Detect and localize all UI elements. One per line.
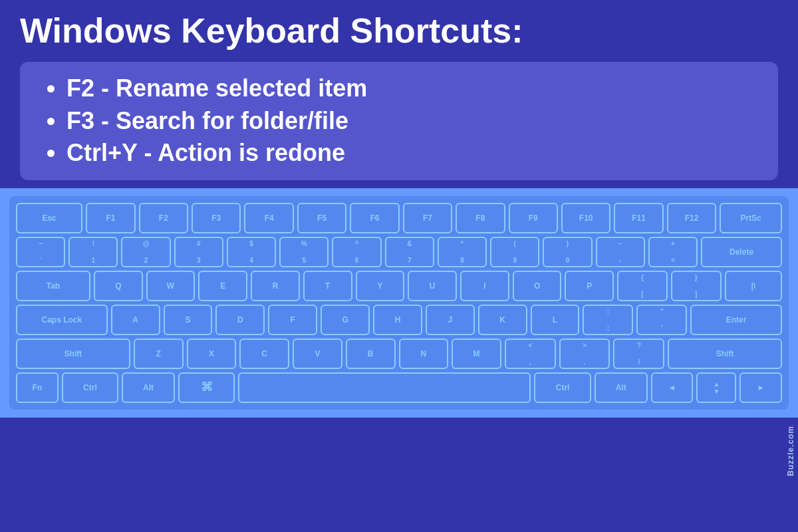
key-3[interactable]: #3 [174, 237, 223, 267]
key-f3[interactable]: F3 [192, 203, 241, 233]
key-windows[interactable]: ⌘ [178, 372, 235, 403]
shortcut-item-1: F2 - Rename selected item [66, 72, 751, 105]
key-equal[interactable]: += [648, 237, 698, 267]
key-ctrl-left[interactable]: Ctrl [62, 372, 118, 403]
keyboard-row-2: ~` !1 @2 #3 $4 %5 ^6 &7 *8 (9 )0 –- += D… [16, 237, 782, 267]
shortcut-item-2: F3 - Search for folder/file [66, 105, 751, 138]
key-f[interactable]: F [268, 305, 317, 335]
key-backslash[interactable]: |\ [725, 271, 782, 301]
key-l[interactable]: L [531, 305, 580, 335]
key-1[interactable]: !1 [68, 237, 118, 267]
key-f12[interactable]: F12 [667, 203, 716, 233]
key-m[interactable]: M [452, 338, 501, 369]
key-a[interactable]: A [111, 305, 160, 335]
key-s[interactable]: S [164, 305, 213, 335]
key-f1[interactable]: F1 [86, 203, 135, 233]
keyboard-row-1: Esc F1 F2 F3 F4 F5 F6 F7 F8 F9 F10 F11 F… [16, 203, 782, 233]
key-arrow-updown[interactable]: ▲ ▼ [696, 372, 736, 403]
key-shift-left[interactable]: Shift [16, 338, 130, 369]
key-f9[interactable]: F9 [509, 203, 558, 233]
key-alt-left[interactable]: Alt [122, 372, 175, 403]
key-f11[interactable]: F11 [614, 203, 663, 233]
key-u[interactable]: U [408, 271, 457, 301]
key-f8[interactable]: F8 [456, 203, 505, 233]
key-6[interactable]: ^6 [332, 237, 381, 267]
page-title: Windows Keyboard Shortcuts: [20, 12, 778, 50]
key-c[interactable]: C [239, 338, 289, 369]
key-enter[interactable]: Enter [690, 305, 782, 335]
key-prtsc[interactable]: PrtSc [720, 203, 782, 233]
key-o[interactable]: O [513, 271, 562, 301]
key-f10[interactable]: F10 [561, 203, 610, 233]
key-z[interactable]: Z [134, 338, 184, 369]
shortcuts-list: F2 - Rename selected item F3 - Search fo… [60, 72, 751, 170]
key-v[interactable]: V [293, 338, 342, 369]
key-space[interactable] [238, 372, 531, 403]
key-9[interactable]: (9 [490, 237, 539, 267]
key-f4[interactable]: F4 [244, 203, 293, 233]
key-f2[interactable]: F2 [139, 203, 188, 233]
keyboard-row-5: Shift Z X C V B N M <, >. ?/ Shift [16, 338, 782, 369]
key-comma[interactable]: <, [505, 338, 556, 369]
key-fn[interactable]: Fn [16, 372, 59, 403]
key-5[interactable]: %5 [279, 237, 329, 267]
key-2[interactable]: @2 [121, 237, 170, 267]
key-rbracket[interactable]: }] [671, 271, 722, 301]
key-esc[interactable]: Esc [16, 203, 82, 233]
keyboard-container: Esc F1 F2 F3 F4 F5 F6 F7 F8 F9 F10 F11 F… [0, 188, 798, 418]
key-e[interactable]: E [198, 271, 247, 301]
key-y[interactable]: Y [356, 271, 405, 301]
key-delete[interactable]: Delete [701, 237, 782, 267]
key-q[interactable]: Q [94, 271, 143, 301]
key-f6[interactable]: F6 [350, 203, 399, 233]
key-slash[interactable]: ?/ [613, 338, 664, 369]
keyboard: Esc F1 F2 F3 F4 F5 F6 F7 F8 F9 F10 F11 F… [9, 196, 789, 410]
key-f5[interactable]: F5 [297, 203, 346, 233]
key-f7[interactable]: F7 [403, 203, 452, 233]
key-shift-right[interactable]: Shift [668, 338, 782, 369]
key-t[interactable]: T [303, 271, 352, 301]
key-ctrl-right[interactable]: Ctrl [534, 372, 591, 403]
key-arrow-right[interactable]: ► [739, 372, 782, 403]
keyboard-row-3: Tab Q W E R T Y U I O P {[ }] |\ [16, 271, 782, 301]
key-capslock[interactable]: Caps Lock [16, 305, 108, 335]
key-g[interactable]: G [321, 305, 370, 335]
key-lbracket[interactable]: {[ [617, 271, 668, 301]
key-n[interactable]: N [399, 338, 449, 369]
key-i[interactable]: I [460, 271, 509, 301]
shortcuts-box: F2 - Rename selected item F3 - Search fo… [20, 62, 778, 180]
key-period[interactable]: >. [559, 338, 610, 369]
key-j[interactable]: J [426, 305, 475, 335]
key-x[interactable]: X [187, 338, 237, 369]
key-alt-right[interactable]: Alt [595, 372, 648, 403]
key-7[interactable]: &7 [385, 237, 434, 267]
key-p[interactable]: P [565, 271, 614, 301]
watermark: Buzzle.com [783, 423, 798, 479]
keyboard-row-6: Fn Ctrl Alt ⌘ Ctrl Alt ◄ ▲ ▼ ► [16, 372, 782, 403]
key-tab[interactable]: Tab [16, 271, 90, 301]
key-h[interactable]: H [373, 305, 422, 335]
key-8[interactable]: *8 [438, 237, 487, 267]
header: Windows Keyboard Shortcuts: [0, 0, 798, 57]
key-0[interactable]: )0 [543, 237, 592, 267]
key-k[interactable]: K [478, 305, 527, 335]
shortcut-item-3: Ctrl+Y - Action is redone [66, 137, 751, 170]
key-quote[interactable]: "' [636, 305, 687, 335]
key-minus[interactable]: –- [596, 237, 645, 267]
key-w[interactable]: W [146, 271, 196, 301]
keyboard-row-4: Caps Lock A S D F G H J K L :; "' Enter [16, 305, 782, 335]
key-4[interactable]: $4 [227, 237, 276, 267]
key-b[interactable]: B [346, 338, 396, 369]
key-tilde[interactable]: ~` [16, 237, 65, 267]
key-arrow-left[interactable]: ◄ [651, 372, 694, 403]
key-semicolon[interactable]: :; [583, 305, 633, 335]
key-r[interactable]: R [251, 271, 300, 301]
key-d[interactable]: D [215, 305, 265, 335]
